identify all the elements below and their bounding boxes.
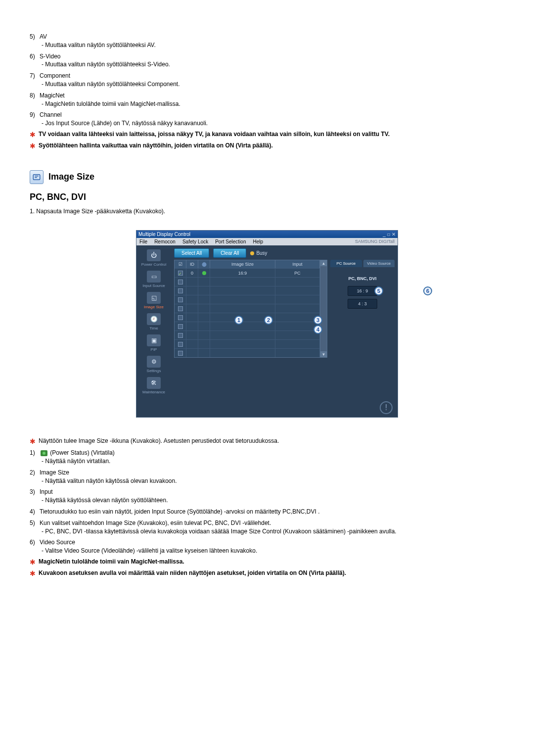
note-text: Syöttölähteen hallinta vaikuttaa vain nä… — [39, 142, 273, 149]
menu-port-selection[interactable]: Port Selection — [215, 239, 246, 244]
row-checkbox[interactable] — [175, 269, 186, 277]
power-status-icon — [41, 450, 47, 456]
app-window: Multiple Display Control ⎯ ◻ ✕ File Remo… — [136, 230, 398, 418]
ratio-16-9-button[interactable]: 16 : 9 — [348, 286, 377, 296]
table-row[interactable] — [175, 277, 320, 286]
row-image-size — [210, 295, 275, 304]
sidebar-item[interactable]: ⏻Power Control — [136, 247, 171, 269]
row-power-status-icon — [198, 269, 210, 277]
table-row[interactable] — [175, 348, 320, 357]
list-number: 6) — [30, 538, 40, 547]
list-number: 4) — [30, 508, 40, 516]
row-checkbox[interactable] — [175, 340, 186, 348]
subtitle: PC, BNC, DVI — [30, 192, 504, 202]
row-image-size — [210, 304, 275, 313]
ratio-4-3-button[interactable]: 4 : 3 — [348, 299, 377, 309]
grid-header: ☑ ID ⬤ Image Size Input — [175, 260, 320, 268]
tab-video-source[interactable]: Video Source — [363, 260, 395, 267]
star-icon: ✱ — [30, 558, 36, 567]
table-row[interactable] — [175, 304, 320, 313]
list-body: Kun valitset vaihtoehdon Image Size (Kuv… — [40, 519, 397, 536]
sidebar-icon: 🕘 — [147, 313, 161, 325]
row-id — [186, 331, 198, 339]
row-input: PC — [275, 269, 320, 277]
star-icon: ✱ — [30, 142, 36, 150]
sidebar-item[interactable]: ⚙Settings — [136, 354, 171, 375]
list-number: 5) — [30, 519, 40, 527]
table-row[interactable] — [175, 322, 320, 331]
list-number: 5) — [30, 33, 40, 41]
explanation-list: 1) (Power Status) (Virtatila)- Näyttää n… — [30, 449, 504, 555]
app-screenshot: Multiple Display Control ⎯ ◻ ✕ File Remo… — [30, 230, 504, 418]
grid-head-id: ID — [186, 260, 198, 268]
row-image-size — [210, 278, 275, 286]
row-checkbox[interactable] — [175, 286, 186, 295]
row-checkbox[interactable] — [175, 349, 186, 357]
row-id — [186, 278, 198, 286]
section-title: Image Size — [48, 172, 94, 182]
menu-file[interactable]: File — [139, 239, 147, 244]
row-power-status-icon — [198, 304, 210, 313]
list-number: 6) — [30, 52, 40, 61]
list-item: 9)Channel- Jos Input Source (Lähde) on T… — [30, 111, 504, 128]
table-row[interactable] — [175, 313, 320, 322]
table-row[interactable] — [175, 339, 320, 348]
sidebar-item[interactable]: 🛠Maintenance — [136, 375, 171, 396]
row-checkbox[interactable] — [175, 278, 186, 286]
list-number: 1) — [30, 449, 40, 457]
list-body: Channel- Jos Input Source (Lähde) on TV,… — [40, 111, 208, 128]
table-row[interactable] — [175, 331, 320, 339]
busy-dot-icon — [250, 251, 254, 255]
sidebar-label: Settings — [136, 369, 171, 373]
row-checkbox[interactable] — [175, 313, 186, 322]
sidebar-item[interactable]: ◱Image Size — [136, 290, 171, 311]
row-checkbox[interactable] — [175, 322, 186, 331]
scroll-up-icon[interactable]: ▲ — [320, 260, 327, 266]
sidebar-label: Image Size — [136, 305, 171, 309]
row-image-size: 16:9 — [210, 269, 275, 277]
window-controls-icon[interactable]: ⎯ ◻ ✕ — [383, 232, 396, 237]
scroll-down-icon[interactable]: ▼ — [320, 351, 327, 357]
tab-pc-source[interactable]: PC Source — [330, 260, 362, 267]
row-id: 0 — [186, 269, 198, 277]
callout-6: 6 — [423, 286, 432, 295]
after-note-row: ✱ Näyttöön tulee Image Size -ikkuna (Kuv… — [30, 437, 504, 446]
grid-scrollbar[interactable]: ▲ ▼ — [320, 260, 327, 358]
grid-head-check[interactable]: ☑ — [175, 260, 186, 268]
row-checkbox[interactable] — [175, 295, 186, 304]
list-item: 8)MagicNet- MagicNetin tulolähde toimii … — [30, 92, 504, 108]
busy-label: Busy — [256, 250, 267, 256]
list-body: (Power Status) (Virtatila)- Näyttää näyt… — [40, 449, 115, 466]
list-number: 2) — [30, 469, 40, 477]
menu-help[interactable]: Help — [253, 239, 263, 244]
note-row: ✱Kuvakoon asetuksen avulla voi määrittää… — [30, 569, 504, 578]
menu-safety-lock[interactable]: Safety Lock — [182, 239, 208, 244]
select-all-button[interactable]: Select All — [174, 248, 209, 258]
row-image-size — [210, 340, 275, 348]
row-id — [186, 313, 198, 322]
menu-remocon[interactable]: Remocon — [154, 239, 176, 244]
row-input — [275, 278, 320, 286]
list-body: AV- Muuttaa valitun näytön syöttölähteek… — [40, 33, 156, 49]
list-body: Image Size- Näyttää valitun näytön käytö… — [40, 469, 177, 485]
table-row[interactable] — [175, 295, 320, 304]
row-checkbox[interactable] — [175, 331, 186, 339]
panel-label: PC, BNC, DVI — [330, 276, 395, 281]
row-checkbox[interactable] — [175, 304, 186, 313]
list-item: 2)Image Size- Näyttää valitun näytön käy… — [30, 469, 504, 485]
list-number: 7) — [30, 72, 40, 80]
table-row[interactable]: 0 16:9 PC — [175, 268, 320, 277]
sidebar-item[interactable]: ▭Input Source — [136, 269, 171, 290]
clear-all-button[interactable]: Clear All — [213, 248, 246, 258]
list-body: Tietoruudukko tuo esiin vain näytöt, joi… — [40, 508, 320, 516]
sidebar-item[interactable]: ▣PIP — [136, 332, 171, 354]
list-number: 8) — [30, 92, 40, 100]
list-body: Video Source- Valitse Video Source (Vide… — [40, 538, 257, 555]
sidebar-item[interactable]: 🕘Time — [136, 311, 171, 332]
sidebar-icon: ◱ — [147, 292, 161, 304]
list-number: 3) — [30, 488, 40, 496]
list-body: MagicNet- MagicNetin tulolähde toimii va… — [40, 92, 180, 108]
grid-head-power-icon: ⬤ — [198, 260, 210, 268]
table-row[interactable] — [175, 286, 320, 295]
row-input — [275, 340, 320, 348]
